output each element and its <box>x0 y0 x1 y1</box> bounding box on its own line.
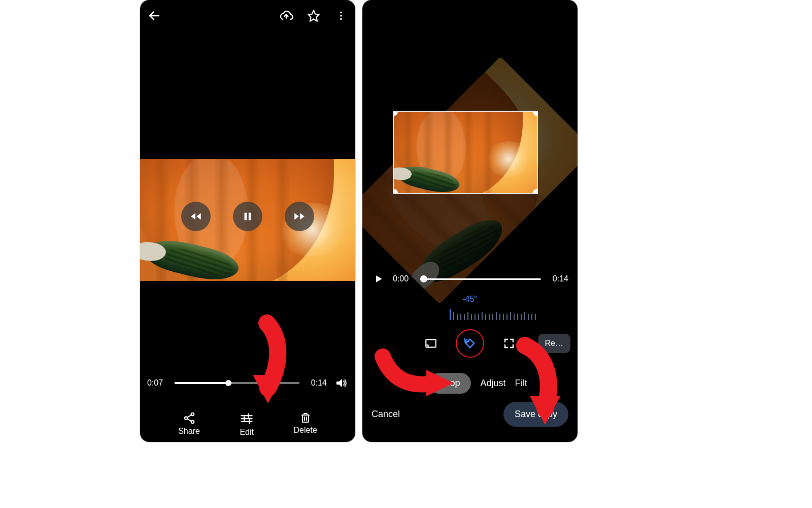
rotate-button[interactable] <box>459 333 481 354</box>
total-time: 0:14 <box>307 378 327 388</box>
mode-tabs: V Crop Adjust Filt <box>362 373 578 394</box>
overflow-menu-icon[interactable] <box>334 9 348 23</box>
pause-button[interactable] <box>233 202 262 231</box>
top-bar <box>140 0 355 31</box>
editor-screen: 0:00 0:14 -45° <box>362 0 578 442</box>
delete-button[interactable]: Delete <box>294 411 317 437</box>
svg-rect-29 <box>426 339 436 347</box>
svg-line-15 <box>187 415 191 418</box>
svg-rect-7 <box>245 213 247 220</box>
play-icon[interactable] <box>371 272 386 286</box>
rewind-button[interactable] <box>181 202 211 231</box>
tab-adjust[interactable]: Adjust <box>480 378 505 389</box>
edit-button[interactable]: Edit <box>240 411 254 437</box>
svg-point-2 <box>340 12 342 14</box>
share-button[interactable]: Share <box>178 411 200 437</box>
svg-marker-11 <box>336 379 342 387</box>
delete-label: Delete <box>294 426 317 435</box>
share-label: Share <box>178 427 200 436</box>
editor-progress-bar[interactable] <box>420 278 541 280</box>
editor-scrubber: 0:00 0:14 <box>362 272 578 286</box>
tab-video[interactable]: V <box>408 378 420 389</box>
back-icon[interactable] <box>147 9 161 23</box>
cancel-button[interactable]: Cancel <box>371 409 400 420</box>
tab-filters[interactable]: Filt <box>515 378 532 389</box>
forward-button[interactable] <box>285 202 314 231</box>
playback-controls <box>140 202 355 231</box>
svg-marker-9 <box>294 213 299 220</box>
crop-box[interactable] <box>394 112 537 193</box>
rotate-button-highlight <box>456 329 484 358</box>
reset-chip[interactable]: Re… <box>538 334 570 353</box>
progress-bar[interactable] <box>175 382 299 384</box>
scrubber: 0:07 0:14 <box>140 373 355 393</box>
svg-marker-10 <box>300 213 304 220</box>
svg-point-4 <box>340 18 342 20</box>
svg-rect-8 <box>249 213 251 220</box>
editor-footer: Cancel Save copy <box>362 402 578 427</box>
editor-total-time: 0:14 <box>548 274 568 283</box>
svg-rect-23 <box>302 415 309 422</box>
svg-marker-5 <box>191 213 195 220</box>
svg-marker-6 <box>196 213 201 220</box>
volume-icon[interactable] <box>334 376 348 390</box>
svg-marker-28 <box>376 275 382 282</box>
svg-rect-30 <box>466 339 474 347</box>
bottom-actions: Share Edit Delete <box>140 411 355 437</box>
save-copy-button[interactable]: Save copy <box>503 402 568 427</box>
expand-button[interactable] <box>498 333 520 354</box>
cloud-upload-icon[interactable] <box>279 9 293 23</box>
aspect-ratio-button[interactable] <box>420 333 442 354</box>
angle-ruler[interactable] <box>450 307 546 320</box>
svg-marker-1 <box>308 10 319 21</box>
current-time: 0:07 <box>147 378 167 388</box>
tab-crop[interactable]: Crop <box>429 373 471 394</box>
edit-label: Edit <box>240 428 254 437</box>
editor-current-time: 0:00 <box>393 274 413 283</box>
viewer-screen: 0:07 0:14 Share Edit Delete <box>140 0 355 442</box>
svg-line-16 <box>187 419 191 421</box>
rotation-angle: -45° <box>362 295 578 304</box>
crop-tool-row: Re… <box>362 329 578 358</box>
svg-point-3 <box>340 15 342 17</box>
star-icon[interactable] <box>307 9 321 23</box>
